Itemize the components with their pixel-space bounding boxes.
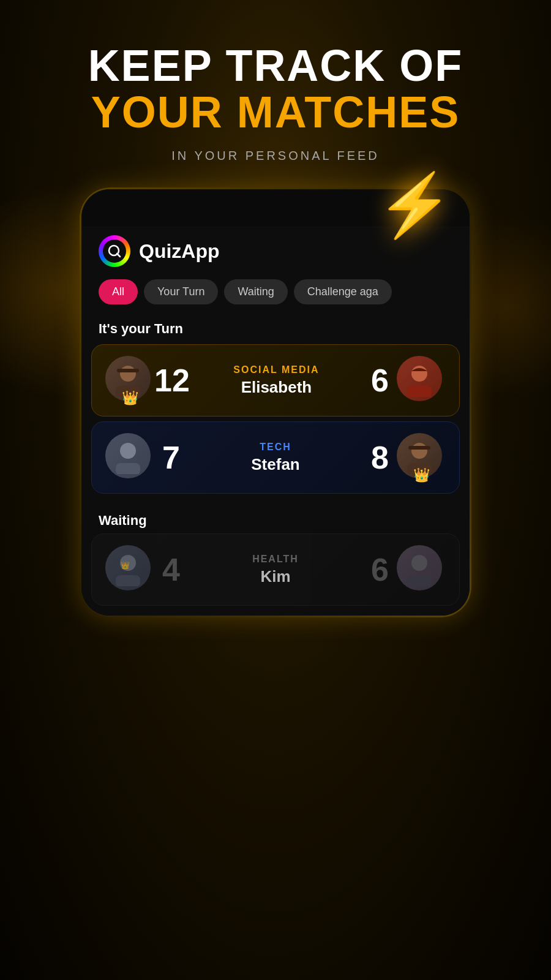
svg-rect-11 (408, 446, 430, 450)
svg-point-9 (411, 443, 427, 459)
opponent-avatar-wrap-1 (397, 356, 446, 405)
opponent-score-2: 8 (363, 439, 397, 476)
player-crown-1: 👑 (122, 390, 138, 406)
match-opponent-3: Kim (260, 567, 290, 586)
tab-your-turn[interactable]: Your Turn (144, 279, 218, 304)
tab-all[interactable]: All (99, 279, 138, 304)
match-center-3: HEALTH Kim (188, 554, 363, 586)
svg-point-15 (411, 555, 427, 571)
player-avatar-2 (105, 433, 151, 478)
your-turn-section-header: It's your Turn (81, 314, 470, 344)
opponent-score-1: 6 (363, 362, 397, 399)
headline-line2: YOUR MATCHES (91, 89, 460, 136)
match-opponent-2: Stefan (251, 455, 299, 474)
svg-rect-6 (407, 386, 432, 397)
opponent-avatar-3 (397, 545, 442, 590)
match-center-2: TECH Stefan (188, 442, 363, 474)
svg-rect-13 (116, 575, 140, 586)
tab-challenge-again[interactable]: Challenge aga (294, 279, 392, 304)
app-logo (99, 235, 130, 267)
svg-text:👑: 👑 (121, 560, 130, 570)
app-logo-q-svg (106, 243, 123, 260)
match-opponent-1: Elisabeth (241, 378, 312, 397)
app-name: QuizApp (139, 240, 220, 263)
svg-point-2 (120, 366, 136, 382)
match-category-2: TECH (260, 442, 291, 453)
opponent-avatar-1 (397, 356, 442, 401)
phone-inner: QuizApp All Your Turn Waiting Challenge … (81, 189, 470, 616)
match-card-stefan[interactable]: 7 TECH Stefan 8 (91, 421, 460, 494)
svg-rect-4 (117, 369, 139, 372)
headline-line1: KEEP TRACK OF (88, 43, 463, 89)
match-card-elisabeth[interactable]: 👑 12 SOCIAL MEDIA Elisabeth 6 (91, 344, 460, 417)
match-card-kim[interactable]: 👑 4 HEALTH Kim 6 (91, 533, 460, 606)
player-score-2: 7 (154, 439, 188, 476)
opponent-avatar-wrap-3 (397, 545, 446, 594)
phone-outer-border: QuizApp All Your Turn Waiting Challenge … (80, 187, 471, 617)
match-category-3: HEALTH (252, 554, 299, 565)
player-avatar-wrap-2 (105, 433, 154, 482)
player-avatar-wrap-3: 👑 (105, 545, 154, 594)
opponent-avatar-wrap-2: 👑 (397, 433, 446, 482)
waiting-section-header: Waiting (81, 503, 470, 533)
match-center-1: SOCIAL MEDIA Elisabeth (190, 364, 363, 397)
svg-point-7 (120, 443, 136, 459)
player-avatar-wrap-1: 👑 (105, 356, 154, 405)
svg-point-5 (411, 366, 427, 382)
tab-waiting[interactable]: Waiting (224, 279, 287, 304)
match-cards-area: 👑 12 SOCIAL MEDIA Elisabeth 6 (81, 344, 470, 503)
svg-line-1 (117, 254, 120, 257)
waiting-match-cards-area: 👑 4 HEALTH Kim 6 (81, 533, 470, 616)
phone-mockup: ⚡ QuizApp (80, 187, 471, 617)
svg-rect-8 (116, 463, 140, 474)
opponent-crown-2: 👑 (413, 467, 430, 483)
opponent-score-3: 6 (363, 551, 397, 588)
subtitle: IN YOUR PERSONAL FEED (171, 149, 380, 163)
lightning-icon: ⚡ (377, 169, 453, 241)
filter-tabs-container: All Your Turn Waiting Challenge aga (81, 273, 470, 314)
player-avatar-3: 👑 (105, 545, 151, 590)
svg-rect-16 (407, 575, 432, 586)
player-score-3: 4 (154, 551, 188, 588)
player-score-1: 12 (154, 362, 190, 399)
match-category-1: SOCIAL MEDIA (233, 364, 319, 375)
